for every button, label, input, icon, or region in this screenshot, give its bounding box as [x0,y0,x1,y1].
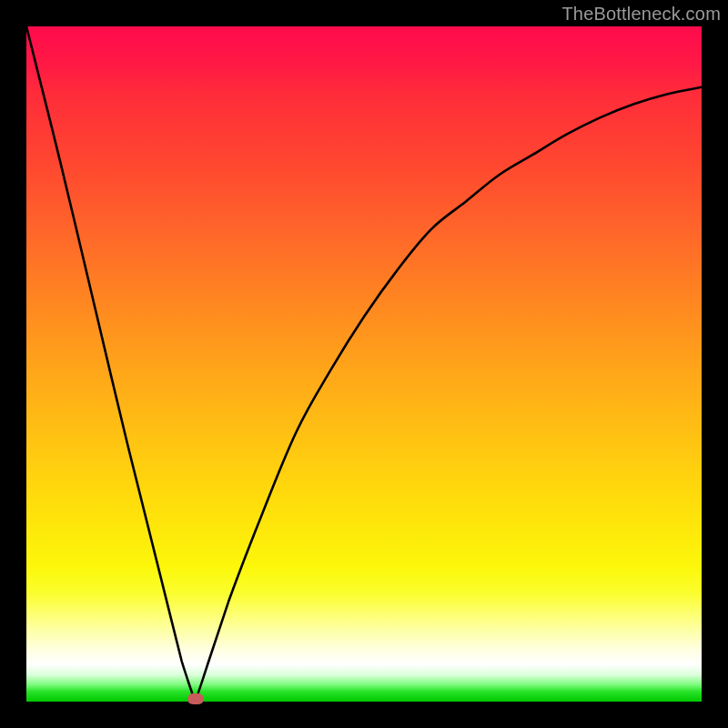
optimal-point-marker [187,693,204,704]
bottleneck-curve [26,26,702,702]
chart-frame: TheBottleneck.com [0,0,728,728]
watermark-text: TheBottleneck.com [561,4,721,25]
curve-layer [26,26,702,702]
plot-area [26,26,702,702]
